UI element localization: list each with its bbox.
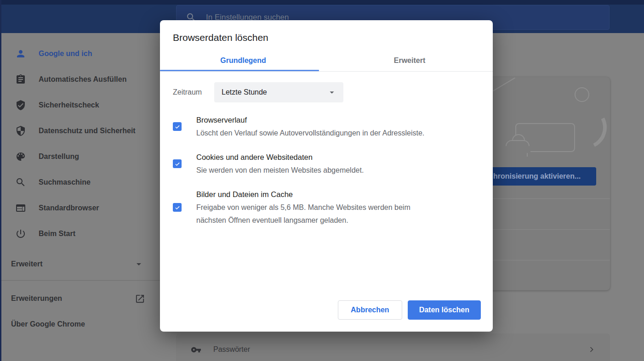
sidebar-item-default-browser[interactable]: Standardbrowser <box>0 195 160 221</box>
time-range-row: Zeitraum Letzte Stunde <box>173 82 480 102</box>
time-range-label: Zeitraum <box>173 88 214 96</box>
checkbox-description: Freigabe von weniger als 5,6 MB. Manche … <box>196 201 442 227</box>
search-icon <box>15 177 26 188</box>
tab-grundlegend[interactable]: Grundlegend <box>160 50 326 71</box>
shield-check-icon <box>15 100 26 111</box>
sidebar-about-label: Über Google Chrome <box>11 320 85 328</box>
enable-sync-button-label: hronisierung aktivieren... <box>493 172 581 180</box>
sidebar-item-extensions[interactable]: Erweiterungen <box>0 286 160 311</box>
dropdown-arrow-icon <box>327 87 337 97</box>
clear-browsing-data-dialog: Browserdaten löschen Grundlegend Erweite… <box>160 20 493 332</box>
illustration-head-circle <box>575 87 589 102</box>
dialog-title: Browserdaten löschen <box>173 32 480 43</box>
sidebar-item-google-und-ich[interactable]: Google und ich <box>0 41 160 67</box>
sidebar-item-label: Datenschutz und Sicherheit <box>39 127 136 135</box>
checkmark-icon <box>174 124 181 130</box>
browsing-history-text: Browserverlauf Löscht den Verlauf sowie … <box>196 113 424 140</box>
clipboard-icon <box>15 74 26 85</box>
sidebar-advanced-label: Erweitert <box>11 260 42 268</box>
sidebar-item-label: Suchmaschine <box>39 178 91 186</box>
sidebar-item-label: Automatisches Ausfüllen <box>39 75 126 84</box>
passwords-row[interactable]: Passwörter <box>176 333 610 361</box>
checkbox-title: Bilder und Dateien im Cache <box>196 188 442 201</box>
sidebar-item-on-startup[interactable]: Beim Start <box>0 221 160 247</box>
checkmark-icon <box>174 204 181 211</box>
dialog-body: Zeitraum Letzte Stunde Browserverlauf Lö… <box>160 72 493 300</box>
sidebar-item-label: Google und ich <box>39 50 92 58</box>
browsing-history-row: Browserverlauf Löscht den Verlauf sowie … <box>173 113 480 140</box>
key-icon <box>191 344 201 355</box>
passwords-label: Passwörter <box>213 345 250 354</box>
illustration-stem <box>527 153 528 157</box>
sidebar-item-about-chrome[interactable]: Über Google Chrome <box>0 311 160 337</box>
checkbox-description: Löscht den Verlauf sowie Autovervollstän… <box>196 127 424 140</box>
sidebar-item-appearance[interactable]: Darstellung <box>0 144 160 169</box>
checkbox-title: Cookies und andere Websitedaten <box>196 151 364 164</box>
clear-data-button[interactable]: Daten löschen <box>408 300 481 320</box>
tab-erweitert[interactable]: Erweitert <box>326 50 493 71</box>
checkmark-icon <box>174 161 181 167</box>
dialog-tabs: Grundlegend Erweitert <box>160 50 493 72</box>
sidebar-item-label: Beim Start <box>39 230 75 238</box>
browser-window-icon <box>15 203 26 214</box>
cached-images-checkbox[interactable] <box>173 203 182 212</box>
person-icon <box>15 48 26 59</box>
sidebar-item-privacy-security[interactable]: Datenschutz und Sicherheit <box>0 118 160 144</box>
dialog-footer: Abbrechen Daten löschen <box>160 300 493 332</box>
chevron-right-icon <box>587 345 596 354</box>
power-icon <box>15 228 26 239</box>
cached-images-row: Bilder und Dateien im Cache Freigabe von… <box>173 188 480 227</box>
window-top-strip <box>0 0 644 5</box>
checkbox-description: Sie werden von den meisten Websites abge… <box>196 164 364 177</box>
cached-images-text: Bilder und Dateien im Cache Freigabe von… <box>196 188 442 227</box>
window-left-edge <box>0 0 1 361</box>
security-shield-icon <box>15 125 26 136</box>
external-link-icon <box>135 293 145 304</box>
sidebar-item-search-engine[interactable]: Suchmaschine <box>0 169 160 195</box>
sidebar-item-autofill[interactable]: Automatisches Ausfüllen <box>0 67 160 92</box>
sidebar-advanced-toggle[interactable]: Erweitert <box>0 251 160 277</box>
cookies-text: Cookies und andere Websitedaten Sie werd… <box>196 151 364 177</box>
sidebar-item-safety-check[interactable]: Sicherheitscheck <box>0 92 160 118</box>
cookies-checkbox[interactable] <box>173 159 182 168</box>
cookies-row: Cookies und andere Websitedaten Sie werd… <box>173 151 480 177</box>
active-tab-indicator <box>160 70 319 71</box>
sidebar-item-label: Standardbrowser <box>39 204 99 212</box>
illustration-cloud <box>506 146 530 152</box>
browsing-history-checkbox[interactable] <box>173 122 182 131</box>
checkbox-title: Browserverlauf <box>196 113 424 127</box>
sidebar: Google und ich Automatisches Ausfüllen S… <box>0 33 160 361</box>
time-range-select[interactable]: Letzte Stunde <box>214 82 343 102</box>
palette-icon <box>15 151 26 162</box>
sidebar-item-label: Sicherheitscheck <box>39 101 99 109</box>
sidebar-item-label: Darstellung <box>39 152 79 161</box>
cancel-button[interactable]: Abbrechen <box>338 300 402 320</box>
sidebar-divider <box>0 280 160 281</box>
illustration-line <box>493 77 515 91</box>
time-range-value: Letzte Stunde <box>222 88 267 96</box>
chevron-down-icon <box>133 259 144 270</box>
enable-sync-button[interactable]: hronisierung aktivieren... <box>478 167 596 186</box>
sidebar-extensions-label: Erweiterungen <box>11 294 62 303</box>
